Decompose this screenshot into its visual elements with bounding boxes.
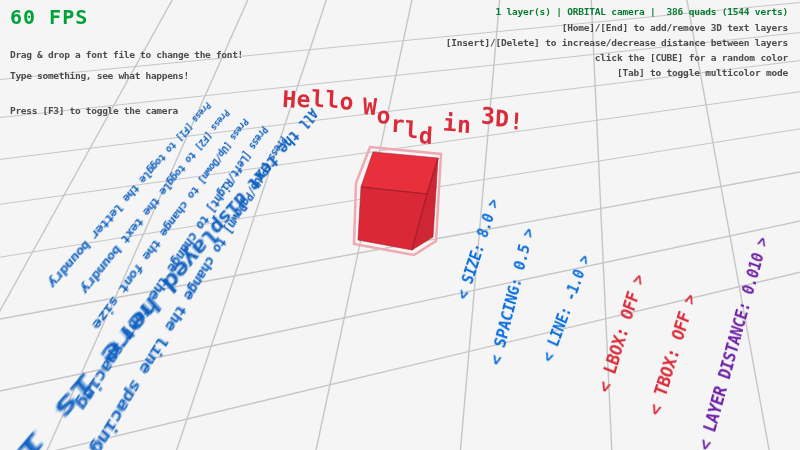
hello-letter: W	[362, 93, 378, 120]
hint-type: Type something, see what happens!	[10, 71, 189, 81]
hello-letter: 3	[480, 102, 496, 129]
hint-drag-drop: Drag & drop a font file to change the fo…	[10, 50, 243, 60]
raylib-3d-text-demo-window: Press [F1] to toggle the letter boundry …	[0, 0, 800, 450]
hello-letter: o	[376, 102, 392, 129]
hello-letter: !	[509, 108, 525, 135]
hello-letter: l	[404, 116, 420, 143]
hello-letter: o	[339, 88, 355, 115]
cube[interactable]	[354, 147, 441, 255]
hello-letter: n	[457, 111, 473, 138]
hello-letter: i	[442, 109, 458, 136]
hello-letter: d	[418, 122, 434, 149]
fps-counter: 60 FPS	[10, 6, 88, 28]
status-bar: 1 layer(s) | ORBITAL camera | 386 quads …	[495, 7, 788, 17]
hello-letter: D	[495, 105, 511, 132]
hello-letter: H	[282, 86, 298, 113]
hello-letter: r	[390, 111, 406, 138]
hint-layers: [Home]/[End] to add/remove 3D text layer…	[562, 23, 788, 33]
hello-letter: e	[296, 86, 312, 113]
hint-multicolor: [Tab] to toggle multicolor mode	[617, 68, 788, 78]
hint-distance: [Insert]/[Delete] to increase/decrease d…	[446, 38, 788, 48]
hello-letter: l	[310, 86, 326, 113]
hello-letter: l	[325, 86, 341, 113]
hint-cube: click the [CUBE] for a random color	[595, 53, 788, 63]
hint-camera: Press [F3] to toggle the camera	[10, 106, 178, 116]
